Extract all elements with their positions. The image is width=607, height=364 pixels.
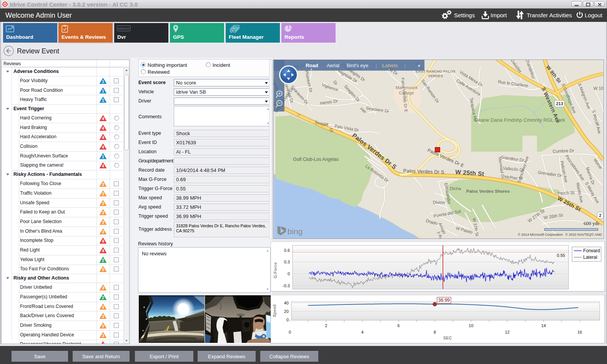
svg-text:3: 3 (102, 192, 104, 196)
svg-text:0.55: 0.55 (557, 253, 565, 258)
svg-text:© 2014 Microsoft Corporation: © 2014 Microsoft Corporation (518, 233, 563, 237)
svg-text:SEC: SEC (443, 336, 452, 340)
svg-text:3: 3 (102, 333, 104, 338)
svg-text:4: 4 (102, 239, 104, 243)
svg-text:Perch St: Perch St (557, 190, 575, 195)
svg-text:Divino: Divino (433, 200, 445, 205)
svg-text:bing: bing (288, 227, 303, 236)
svg-text:1: 1 (102, 79, 104, 84)
svg-text:10: 10 (469, 323, 473, 328)
svg-text:8: 8 (434, 330, 436, 334)
svg-text:1: 1 (102, 154, 104, 159)
svg-text:3: 3 (102, 182, 104, 187)
svg-text:0: 0 (288, 271, 290, 276)
svg-text:Palos Verdes Shores: Palos Verdes Shores (466, 189, 510, 194)
svg-text:© AND: © AND (591, 233, 602, 237)
svg-text:|: | (376, 63, 377, 69)
svg-text:20: 20 (284, 309, 289, 314)
svg-text:3: 3 (102, 210, 104, 215)
svg-text:VERDES: VERDES (428, 74, 443, 78)
svg-text:36.99: 36.99 (438, 298, 450, 303)
svg-text:|: | (404, 63, 406, 69)
svg-text:© 2010 NAVTEQ: © 2010 NAVTEQ (565, 233, 592, 237)
svg-text:4: 4 (102, 126, 104, 131)
svg-text:1: 1 (102, 89, 104, 93)
svg-text:2: 2 (102, 295, 104, 300)
svg-text:16: 16 (577, 330, 582, 334)
svg-text:-0.3: -0.3 (283, 283, 290, 288)
svg-text:4: 4 (102, 343, 104, 344)
svg-text:4: 4 (102, 135, 104, 140)
svg-text:Golf Club-Los Angelas: Golf Club-Los Angelas (293, 157, 339, 162)
svg-text:0: 0 (289, 330, 291, 334)
svg-text:3: 3 (102, 268, 104, 272)
svg-text:«: « (418, 63, 421, 68)
svg-text:3: 3 (102, 286, 104, 290)
svg-text:213: 213 (556, 101, 563, 106)
svg-text:40: 40 (284, 301, 289, 305)
svg-text:Lateral: Lateral (583, 255, 597, 260)
svg-text:12: 12 (505, 330, 509, 334)
svg-text:600 yds: 600 yds (584, 220, 599, 226)
svg-text:Road: Road (306, 63, 318, 68)
svg-text:Speed: Speed (272, 304, 277, 317)
svg-text:Bird's eye: Bird's eye (347, 63, 368, 68)
svg-text:4: 4 (102, 116, 104, 121)
svg-text:0.3: 0.3 (284, 260, 290, 264)
svg-text:Deane Dana Frndshp Cmmnty RGL: Deane Dana Frndshp Cmmnty RGL Park (474, 117, 565, 123)
svg-text:2: 2 (102, 258, 104, 263)
svg-text:3: 3 (102, 314, 104, 319)
svg-text:2: 2 (325, 323, 327, 328)
svg-text:4: 4 (102, 164, 104, 169)
svg-text:G-Force: G-Force (273, 262, 278, 278)
svg-text:Marymount: Marymount (396, 85, 418, 90)
svg-text:W 10t: W 10t (594, 86, 604, 91)
svg-text:3: 3 (102, 201, 104, 206)
svg-text:Dicha: Dicha (450, 186, 461, 191)
svg-text:3: 3 (102, 220, 104, 225)
svg-text:MERGE: MERGE (118, 27, 130, 30)
svg-text:3: 3 (102, 324, 104, 328)
svg-text:2: 2 (599, 213, 601, 218)
svg-text:4: 4 (361, 330, 363, 334)
svg-text:Aerial: Aerial (327, 63, 339, 68)
svg-text:4: 4 (102, 248, 104, 253)
svg-text:1: 1 (102, 98, 104, 103)
svg-text:Forward: Forward (583, 248, 600, 253)
svg-text:Labels: Labels (382, 63, 398, 68)
svg-text:6: 6 (397, 323, 400, 328)
svg-text:Cumbre Dr: Cumbre Dr (552, 148, 574, 154)
svg-text:3: 3 (102, 230, 104, 234)
svg-text:3: 3 (102, 305, 104, 309)
svg-text:0: 0 (286, 318, 289, 322)
svg-text:0.6: 0.6 (284, 248, 290, 253)
svg-text:14: 14 (541, 323, 546, 328)
svg-text:4: 4 (102, 145, 104, 149)
